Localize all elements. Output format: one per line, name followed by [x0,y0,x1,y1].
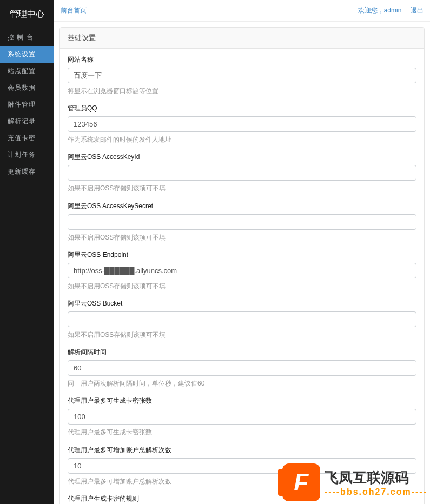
oss-keyid-help: 如果不启用OSS存储则该项可不填 [68,183,416,194]
settings-panel: 基础设置 网站名称 将显示在浏览器窗口标题等位置 管理员QQ 作为系统发邮件的时… [59,27,425,504]
frontend-home-link[interactable]: 前台首页 [61,6,87,15]
watermark-url: ----bbs.oh27.com---- [325,487,427,497]
nav-cron[interactable]: 计划任务 [0,147,54,163]
watermark-title: 飞凤互联源码 [325,468,427,487]
oss-bucket-label: 阿里云OSS Bucket [68,299,416,308]
nav-site-config[interactable]: 站点配置 [0,63,54,79]
admin-qq-help: 作为系统发邮件的时候的发件人地址 [68,135,416,145]
watermark: F 飞凤互联源码 ----bbs.oh27.com---- [282,463,427,501]
nav-recharge-cards[interactable]: 充值卡密 [0,130,54,147]
oss-endpoint-input[interactable] [68,263,416,278]
site-name-label: 网站名称 [68,55,416,64]
site-name-help: 将显示在浏览器窗口标题等位置 [68,86,416,96]
nav-list: 控 制 台 系统设置 站点配置 会员数据 附件管理 解析记录 充值卡密 计划任务… [0,29,54,180]
nav-dashboard[interactable]: 控 制 台 [0,29,54,46]
brand-title: 管理中心 [0,0,54,29]
nav-attachments[interactable]: 附件管理 [0,96,54,113]
nav-members[interactable]: 会员数据 [0,79,54,96]
maxcards-help: 代理用户最多可生成卡密张数 [68,427,416,437]
oss-endpoint-label: 阿里云OSS Endpoint [68,250,416,260]
nav-cache[interactable]: 更新缓存 [0,163,54,180]
interval-help: 同一用户两次解析间隔时间，单位秒，建议值60 [68,379,416,389]
main: 前台首页 欢迎您，admin 退出 基础设置 网站名称 将显示在浏览器窗口标题等… [54,0,430,504]
welcome-text: 欢迎您， [358,6,384,14]
oss-keyid-input[interactable] [68,165,416,181]
oss-keyid-label: 阿里云OSS AccessKeyId [68,152,416,162]
current-user-link[interactable]: admin [384,6,402,14]
site-name-input[interactable] [68,68,416,83]
maxcards-label: 代理用户最多可生成卡密张数 [68,396,416,406]
maxcards-input[interactable] [68,409,416,425]
oss-secret-input[interactable] [68,214,416,230]
admin-qq-label: 管理员QQ [68,104,416,113]
interval-label: 解析间隔时间 [68,348,416,357]
oss-secret-label: 阿里云OSS AccessKeySecret [68,202,416,211]
logout-link[interactable]: 退出 [411,6,424,14]
admin-qq-input[interactable] [68,116,416,132]
watermark-logo-icon: F [282,463,320,501]
topbar: 前台首页 欢迎您，admin 退出 [54,0,430,22]
panel-title: 基础设置 [60,28,424,49]
sidebar: 管理中心 控 制 台 系统设置 站点配置 会员数据 附件管理 解析记录 充值卡密… [0,0,54,504]
maxparse-label: 代理用户最多可增加账户总解析次数 [68,446,416,455]
oss-bucket-help: 如果不启用OSS存储则该项可不填 [68,330,416,340]
oss-bucket-input[interactable] [68,311,416,327]
nav-system-settings[interactable]: 系统设置 [0,46,54,63]
interval-input[interactable] [68,360,416,376]
oss-secret-help: 如果不启用OSS存储则该项可不填 [68,233,416,243]
oss-endpoint-help: 如果不启用OSS存储则该项可不填 [68,281,416,291]
nav-parse-logs[interactable]: 解析记录 [0,113,54,130]
